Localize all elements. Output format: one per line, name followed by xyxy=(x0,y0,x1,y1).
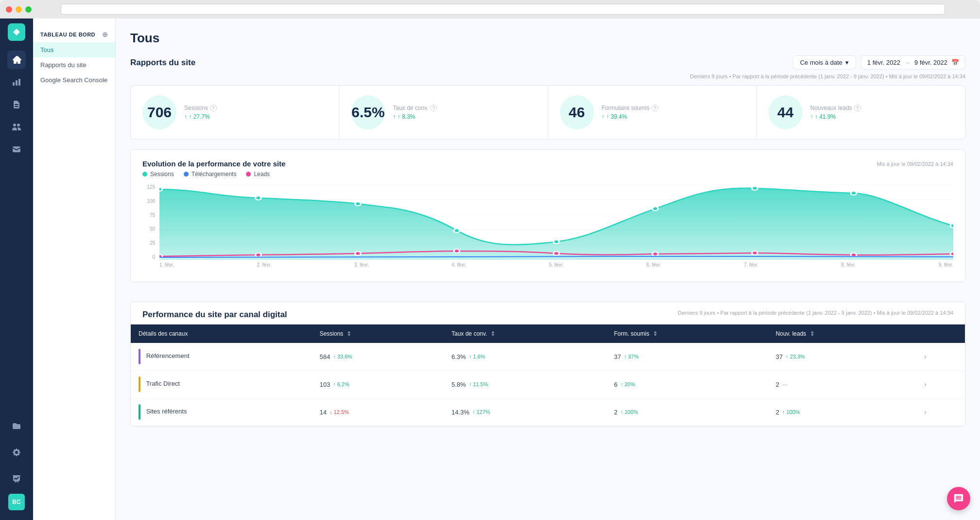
sidebar-item-mail[interactable] xyxy=(7,140,26,159)
sidebar-logo[interactable] xyxy=(8,23,25,41)
td-arrow-3[interactable]: › xyxy=(916,398,965,426)
svg-point-11 xyxy=(652,207,658,211)
nav-item-gsc[interactable]: Google Search Console xyxy=(33,72,115,88)
th-form[interactable]: Form. soumis ⇕ xyxy=(606,324,768,343)
svg-point-13 xyxy=(851,191,857,195)
kpi-form: 46 Formulaire soumis ? ↑ 39.4% xyxy=(548,86,756,139)
sidebar-item-chart[interactable] xyxy=(7,73,26,91)
leads-change-2: — xyxy=(782,381,788,387)
sidebar-item-folder[interactable] xyxy=(7,417,26,435)
kpi-sessions-info: Sessions ? ↑ 27.7% xyxy=(184,105,217,120)
legend-telecharegments: Téléchargements xyxy=(184,171,237,178)
th-conv[interactable]: Taux de conv. ⇕ xyxy=(444,324,606,343)
svg-point-14 xyxy=(950,224,953,228)
svg-point-10 xyxy=(554,240,560,244)
channel-indicator-2 xyxy=(139,377,140,392)
td-leads-1: 37 ↑ 23.3% xyxy=(768,343,916,371)
legend-leads: Leads xyxy=(246,171,270,178)
kpi-form-info: Formulaire soumis ? ↑ 39.4% xyxy=(602,105,659,120)
chart-header: Evolution de la performance de votre sit… xyxy=(142,160,953,168)
chart-xaxis: 1. févr. 2. févr. 3. févr. 4. févr. 5. f… xyxy=(159,262,953,272)
svg-point-12 xyxy=(752,186,758,190)
nav-section-icon: ⊕ xyxy=(102,31,108,38)
sidebar-item-settings[interactable] xyxy=(7,443,26,462)
performance-info-bar: Derniers 9 jours • Par rapport à la péri… xyxy=(678,310,953,316)
sort-conv-icon: ⇕ xyxy=(490,330,495,337)
calendar-icon: 📅 xyxy=(951,59,959,66)
td-channel-1: Référencement xyxy=(131,343,312,371)
chart-section: Evolution de la performance de votre sit… xyxy=(130,149,965,282)
svg-point-18 xyxy=(454,249,460,253)
td-form-2: 6 ↑ 20% xyxy=(606,371,768,398)
th-leads[interactable]: Nouv. leads ⇕ xyxy=(768,324,916,343)
date-range-picker[interactable]: 1 févr. 2022 → 9 févr. 2022 📅 xyxy=(861,55,965,70)
row-arrow-icon-3: › xyxy=(924,408,927,416)
leads-help-icon[interactable]: ? xyxy=(854,105,861,111)
legend-sessions-dot xyxy=(142,172,147,177)
nav-panel: TABLEAU DE BORD ⊕ Tous Rapports du site … xyxy=(33,18,116,520)
channel-indicator-3 xyxy=(139,404,140,420)
td-arrow-1[interactable]: › xyxy=(916,343,965,371)
td-conv-2: 5.8% ↑ 11.5% xyxy=(444,371,606,398)
sessions-help-icon[interactable]: ? xyxy=(210,105,217,111)
td-channel-2: Trafic Direct xyxy=(131,371,312,398)
kpi-sessions-value: 706 xyxy=(147,104,172,121)
sidebar-item-users[interactable] xyxy=(7,118,26,136)
url-bar[interactable] xyxy=(61,4,945,15)
kpi-sessions-circle: 706 xyxy=(142,95,176,129)
table-row[interactable]: Sites référents 14 ↓ 12.5% 14.3% ↑ 127% xyxy=(131,398,965,426)
td-form-3: 2 ↑ 100% xyxy=(606,398,768,426)
chart-legend: Sessions Téléchargements Leads xyxy=(142,171,953,178)
legend-sessions: Sessions xyxy=(142,171,174,178)
td-arrow-2[interactable]: › xyxy=(916,371,965,398)
traffic-lights xyxy=(6,6,32,13)
th-sessions[interactable]: Sessions ⇕ xyxy=(312,324,443,343)
nav-item-rapports[interactable]: Rapports du site xyxy=(33,57,115,72)
sessions-change-1: ↑ 33.6% xyxy=(333,354,352,359)
kpi-leads-change: ↑ 41.9% xyxy=(810,113,861,120)
td-sessions-3: 14 ↓ 12.5% xyxy=(312,398,443,426)
maximize-button[interactable] xyxy=(25,6,32,13)
channel-indicator-1 xyxy=(139,349,140,364)
section-header: Rapports du site Ce mois à date ▾ 1 févr… xyxy=(130,55,965,70)
sidebar-item-home[interactable] xyxy=(7,51,26,69)
legend-leads-dot xyxy=(246,172,251,177)
nav-item-tous[interactable]: Tous xyxy=(33,42,115,57)
leads-change-3: ↑ 100% xyxy=(782,409,800,415)
svg-point-7 xyxy=(255,196,261,200)
td-sessions-2: 103 ↑ 6.2% xyxy=(312,371,443,398)
minimize-button[interactable] xyxy=(16,6,22,13)
kpi-conv-value: 6.5% xyxy=(351,104,385,121)
table-row[interactable]: Référencement 584 ↑ 33.6% 6.3% ↑ 1.6% xyxy=(131,343,965,371)
kpi-leads-label: Nouveaux leads ? xyxy=(810,105,861,111)
reports-section-title: Rapports du site xyxy=(130,58,195,68)
form-help-icon[interactable]: ? xyxy=(651,105,658,111)
sort-leads-icon: ⇕ xyxy=(810,330,815,337)
kpi-form-label: Formulaire soumis ? xyxy=(602,105,659,111)
svg-point-16 xyxy=(255,253,261,257)
td-conv-1: 6.3% ↑ 1.6% xyxy=(444,343,606,371)
kpi-row: 706 Sessions ? ↑ 27.7% 6.5% Taux de xyxy=(130,85,965,140)
th-arrow xyxy=(916,324,965,343)
td-leads-2: 2 — xyxy=(768,371,916,398)
sidebar-avatar[interactable]: BC xyxy=(8,494,25,510)
td-channel-3: Sites référents xyxy=(131,398,312,426)
kpi-leads: 44 Nouveaux leads ? ↑ 41.9% xyxy=(757,86,965,139)
form-change-3: ↑ 100% xyxy=(620,409,638,415)
sidebar-item-analytics[interactable] xyxy=(7,469,26,488)
sidebar-item-report[interactable] xyxy=(7,95,26,114)
date-period-dropdown[interactable]: Ce mois à date ▾ xyxy=(793,55,856,70)
kpi-conv-change: ↑ 8.3% xyxy=(393,113,437,120)
kpi-conv-label: Taux de conv. ? xyxy=(393,105,437,111)
legend-telechargements-dot xyxy=(184,172,189,177)
kpi-conv: 6.5% Taux de conv. ? ↑ 8.3% xyxy=(339,86,547,139)
table-row[interactable]: Trafic Direct 103 ↑ 6.2% 5.8% ↑ 11.5% xyxy=(131,371,965,398)
conv-change-1: ↑ 1.6% xyxy=(469,354,485,359)
conv-help-icon[interactable]: ? xyxy=(430,105,437,111)
td-sessions-1: 584 ↑ 33.6% xyxy=(312,343,443,371)
chat-button[interactable] xyxy=(947,487,970,510)
kpi-leads-value: 44 xyxy=(777,104,793,121)
close-button[interactable] xyxy=(6,6,12,13)
svg-point-17 xyxy=(355,251,361,255)
sessions-change-3: ↓ 12.5% xyxy=(330,409,349,415)
